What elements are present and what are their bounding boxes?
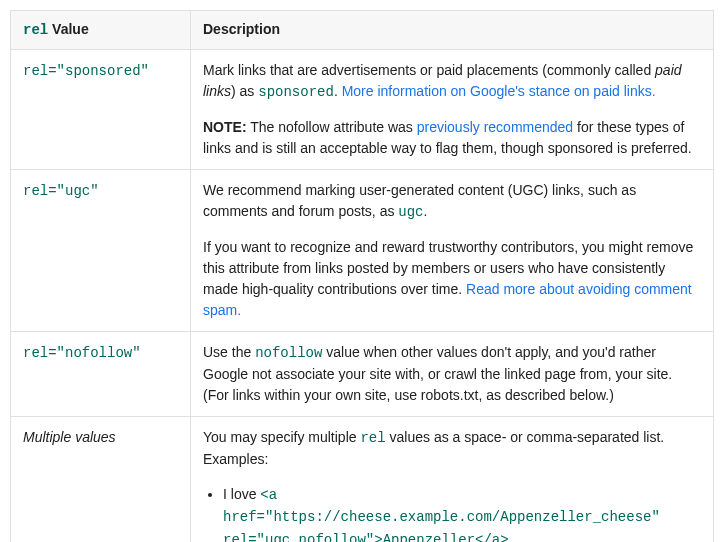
sponsored-p2: NOTE: The nofollow attribute was previou… (203, 117, 701, 159)
rel-sponsored-code: rel="sponsored" (23, 63, 149, 79)
cell-description: Use the nofollow value when other values… (191, 332, 714, 417)
nofollow-code: nofollow (255, 345, 322, 361)
table-row: rel="nofollow" Use the nofollow value wh… (11, 332, 714, 417)
table-row: rel="ugc" We recommend marking user-gene… (11, 170, 714, 332)
header-rel-value: rel Value (11, 11, 191, 50)
ugc-p2: If you want to recognize and reward trus… (203, 237, 701, 321)
table-row: Multiple values You may specify multiple… (11, 417, 714, 543)
multi-examples-list: I love <a href="https://cheese.example.c… (203, 484, 701, 542)
note-label: NOTE: (203, 119, 247, 135)
paid-links-link[interactable]: More information on Google's stance on p… (342, 83, 656, 99)
cell-description: You may specify multiple rel values as a… (191, 417, 714, 543)
table-header-row: rel Value Description (11, 11, 714, 50)
table-row: rel="sponsored" Mark links that are adve… (11, 50, 714, 170)
previously-recommended-link[interactable]: previously recommended (417, 119, 573, 135)
ugc-p1: We recommend marking user-generated cont… (203, 180, 701, 223)
cell-description: We recommend marking user-generated cont… (191, 170, 714, 332)
header-description: Description (191, 11, 714, 50)
list-item: I love <a href="https://cheese.example.c… (223, 484, 701, 542)
nofollow-p1: Use the nofollow value when other values… (203, 342, 701, 406)
sponsored-p1: Mark links that are advertisements or pa… (203, 60, 701, 103)
multi-p1: You may specify multiple rel values as a… (203, 427, 701, 470)
multiple-values-label: Multiple values (23, 429, 116, 445)
sponsored-code: sponsored (258, 84, 334, 100)
cell-rel-value: Multiple values (11, 417, 191, 543)
header-rel-code: rel (23, 22, 48, 38)
rel-ugc-code: rel="ugc" (23, 183, 99, 199)
ugc-code: ugc (398, 204, 423, 220)
cell-rel-value: rel="sponsored" (11, 50, 191, 170)
example-code: <a href="https://cheese.example.com/Appe… (223, 487, 660, 525)
cell-description: Mark links that are advertisements or pa… (191, 50, 714, 170)
rel-code: rel (360, 430, 385, 446)
cell-rel-value: rel="nofollow" (11, 332, 191, 417)
example-code: rel="ugc nofollow">Appenzeller</a> (223, 530, 701, 542)
cell-rel-value: rel="ugc" (11, 170, 191, 332)
rel-values-table: rel Value Description rel="sponsored" Ma… (10, 10, 714, 542)
rel-nofollow-code: rel="nofollow" (23, 345, 141, 361)
